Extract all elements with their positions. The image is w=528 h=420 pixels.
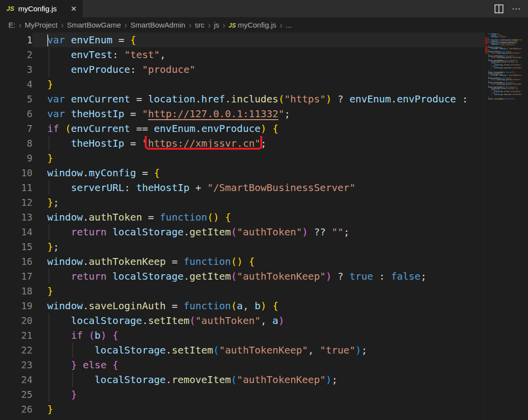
line-number: 10 [0, 165, 32, 180]
code-line-content[interactable]: } [32, 387, 485, 402]
close-tab-icon[interactable]: ✕ [69, 4, 78, 13]
indent-guide [49, 269, 49, 284]
code-line[interactable]: 17 return localStorage.getItem("authToke… [0, 269, 485, 284]
code-line-content[interactable]: } else { [32, 357, 485, 372]
code-line-content[interactable]: if (b) { [32, 328, 485, 343]
annotation-box: https://xmjssvr.cn" [148, 137, 261, 149]
code-line[interactable]: 14 return localStorage.getItem("authToke… [0, 225, 485, 239]
code-line[interactable]: 13window.authToken = function() { [0, 210, 485, 225]
code-line[interactable]: 10window.myConfig = { [0, 165, 485, 180]
indent-guide [72, 343, 73, 357]
line-number: 23 [0, 357, 32, 372]
line-number: 15 [0, 239, 32, 254]
code-line-content[interactable]: } [32, 77, 485, 92]
indent-guide [49, 313, 49, 328]
code-line-content[interactable]: var theHostIp = "http://127.0.0.1:11332"… [32, 106, 485, 121]
minimap[interactable]: var envEnum = { envTest: "test", envProd… [485, 32, 522, 420]
minimap-decoration [485, 46, 488, 54]
code-line-content[interactable]: serverURL: theHostIp + "/SmartBowBusines… [32, 180, 485, 195]
code-line-content[interactable]: } [32, 402, 485, 417]
breadcrumb-item[interactable]: js [214, 21, 219, 29]
code-line[interactable]: 15}; [0, 239, 485, 254]
code-line-content[interactable]: window.authToken = function() { [32, 210, 485, 225]
code-line-content[interactable]: return localStorage.getItem("authToken")… [32, 225, 485, 239]
line-number: 17 [0, 269, 32, 284]
code-line-content[interactable]: theHostIp = "https://xmjssvr.cn"; [32, 136, 485, 151]
minimap-decoration [485, 37, 488, 44]
code-line[interactable]: 9} [0, 151, 485, 165]
indent-guide [49, 387, 49, 402]
line-number: 21 [0, 328, 32, 343]
split-editor-icon[interactable] [494, 4, 504, 14]
code-line[interactable]: 26} [0, 402, 485, 417]
code-line[interactable]: 24 localStorage.removeItem("authTokenKee… [0, 372, 485, 387]
minimap-content: var envEnum = { envTest: "test", envProd… [488, 33, 522, 100]
breadcrumb-item[interactable]: JSmyConfig.js [228, 21, 276, 29]
chevron-right-icon: › [61, 20, 63, 30]
code-line[interactable]: 27window.clearLoginAuth = function() { [0, 417, 485, 420]
code-line[interactable]: 25 } [0, 387, 485, 402]
code-line-content[interactable]: window.authTokenKeep = function() { [32, 254, 485, 269]
line-number: 24 [0, 372, 32, 387]
chevron-right-icon: › [208, 20, 211, 30]
code-line-content[interactable]: var envCurrent = location.href.includes(… [32, 92, 485, 106]
code-line-content[interactable]: window.clearLoginAuth = function() { [32, 417, 485, 420]
breadcrumb-item[interactable]: E: [8, 21, 15, 29]
line-number: 3 [0, 62, 32, 77]
code-line[interactable]: 1var envEnum = { [0, 32, 485, 47]
code-line-content[interactable]: window.myConfig = { [32, 165, 485, 180]
code-line-content[interactable]: var envEnum = { [32, 32, 485, 47]
chevron-right-icon: › [189, 20, 191, 30]
code-line-content[interactable]: return localStorage.getItem("authTokenKe… [32, 269, 485, 284]
code-line[interactable]: 21 if (b) { [0, 328, 485, 343]
breadcrumb-item[interactable]: SmartBowAdmin [130, 21, 186, 29]
line-number: 5 [0, 92, 32, 106]
line-number: 13 [0, 210, 32, 225]
code-line-content[interactable]: envTest: "test", [32, 47, 485, 62]
code-line[interactable]: 8 theHostIp = "https://xmjssvr.cn"; [0, 136, 485, 151]
code-line[interactable]: 12}; [0, 195, 485, 210]
indent-guide [49, 372, 49, 387]
code-line-content[interactable]: localStorage.removeItem("authTokenKeep")… [32, 372, 485, 387]
breadcrumb-item[interactable]: src [195, 21, 205, 29]
line-number: 16 [0, 254, 32, 269]
code-line[interactable]: 2 envTest: "test", [0, 47, 485, 62]
code-line[interactable]: 11 serverURL: theHostIp + "/SmartBowBusi… [0, 180, 485, 195]
code-line[interactable]: 3 envProduce: "produce" [0, 62, 485, 77]
code-line[interactable]: 23 } else { [0, 357, 485, 372]
code-line-content[interactable]: }; [32, 195, 485, 210]
breadcrumb-item[interactable]: MyProject [25, 21, 58, 29]
code-line[interactable]: 20 localStorage.setItem("authToken", a) [0, 313, 485, 328]
tab-myconfig-js[interactable]: JS myConfig.js ✕ [0, 0, 83, 17]
line-number: 20 [0, 313, 32, 328]
code-line-content[interactable]: window.saveLoginAuth = function(a, b) { [32, 298, 485, 313]
line-number: 26 [0, 402, 32, 417]
line-number: 6 [0, 106, 32, 121]
code-line-content[interactable]: } [32, 284, 485, 298]
code-line-content[interactable]: if (envCurrent == envEnum.envProduce) { [32, 121, 485, 136]
code-line[interactable]: 5var envCurrent = location.href.includes… [0, 92, 485, 106]
overview-ruler[interactable] [522, 32, 528, 420]
code-line[interactable]: 18} [0, 284, 485, 298]
code-line[interactable]: 19window.saveLoginAuth = function(a, b) … [0, 298, 485, 313]
code-line-content[interactable]: localStorage.setItem("authTokenKeep", "t… [32, 343, 485, 357]
line-number: 18 [0, 284, 32, 298]
code-line-content[interactable]: envProduce: "produce" [32, 62, 485, 77]
code-line[interactable]: 4} [0, 77, 485, 92]
code-line[interactable]: 22 localStorage.setItem("authTokenKeep",… [0, 343, 485, 357]
breadcrumb-item[interactable]: SmartBowGame [67, 21, 121, 29]
code-line[interactable]: 16window.authTokenKeep = function() { [0, 254, 485, 269]
indent-guide [72, 372, 73, 387]
line-number: 11 [0, 180, 32, 195]
tab-title: myConfig.js [18, 4, 57, 13]
code-line[interactable]: 7if (envCurrent == envEnum.envProduce) { [0, 121, 485, 136]
line-number: 27 [0, 417, 32, 420]
code-pane[interactable]: 1var envEnum = {2 envTest: "test",3 envP… [0, 32, 485, 420]
code-line[interactable]: 6var theHostIp = "http://127.0.0.1:11332… [0, 106, 485, 121]
code-line-content[interactable]: localStorage.setItem("authToken", a) [32, 313, 485, 328]
code-line-content[interactable]: }; [32, 239, 485, 254]
more-actions-icon[interactable]: ⋯ [512, 3, 521, 14]
breadcrumb-item[interactable]: ... [286, 21, 292, 29]
editor-tab-bar: JS myConfig.js ✕ ⋯ [0, 0, 528, 17]
code-line-content[interactable]: } [32, 151, 485, 165]
